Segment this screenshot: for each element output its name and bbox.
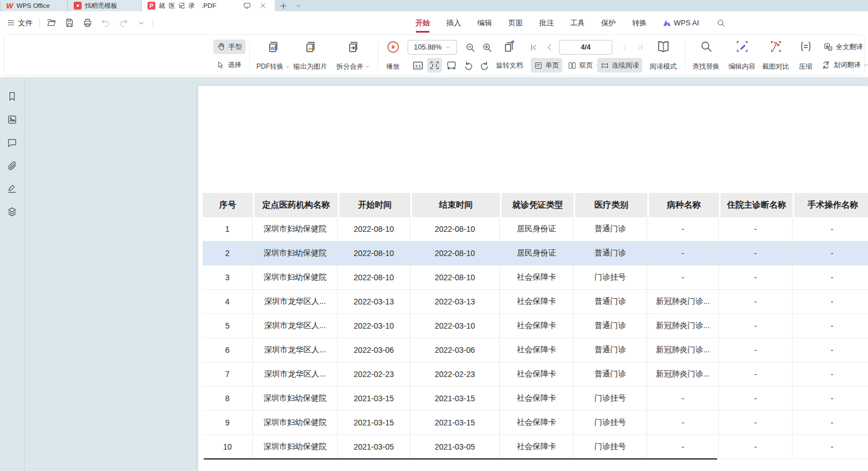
new-tab-button[interactable] [275, 0, 292, 11]
export-image-button[interactable]: 输出为图片 [290, 38, 330, 73]
bookmark-icon[interactable] [6, 89, 19, 103]
table-row: 4深圳市龙华区人...2022-03-132022-03-13社会保障卡普通门诊… [203, 290, 868, 314]
rotate-document-button[interactable]: 旋转文档 [493, 58, 526, 73]
table-cell: - [719, 362, 793, 386]
table-cell: 2022-03-06 [410, 338, 500, 362]
table-cell: - [719, 290, 793, 313]
first-page-button[interactable] [526, 40, 541, 55]
comment-icon[interactable] [6, 136, 19, 149]
table-cell: 3 [203, 266, 253, 289]
close-tab-icon[interactable] [257, 2, 269, 9]
svg-text:W: W [270, 46, 275, 51]
menu-tools[interactable]: 工具 [570, 16, 585, 30]
table-cell: 9 [203, 411, 253, 434]
svg-text:1:1: 1:1 [415, 64, 420, 68]
table-cell: - [719, 338, 793, 362]
table-cell: - [647, 387, 719, 410]
menu-page[interactable]: 页面 [508, 16, 524, 30]
pdf-convert-button[interactable]: W PDF转换 [252, 38, 294, 73]
fit-width-button[interactable] [427, 58, 442, 73]
table-body: 1深圳市妇幼保健院2022-08-102022-08-10居民身份证普通门诊--… [203, 217, 868, 459]
continuous-scroll-icon [601, 61, 609, 70]
next-page-button[interactable] [618, 40, 632, 55]
tab-list-chevron-icon[interactable] [292, 0, 305, 11]
signature-icon[interactable] [6, 182, 19, 195]
wps-pdf-window: W WPS Office 找稻壳模板 P 就医记录 .PDF [0, 0, 868, 471]
zoom-in-button[interactable] [480, 40, 494, 55]
table-cell: 社会保障卡 [500, 435, 574, 459]
table-row: 8深圳市妇幼保健院2021-03-152021-03-15社会保障卡门诊挂号--… [203, 387, 868, 411]
table-cell: - [719, 387, 793, 410]
table-cell: 2021-03-05 [410, 435, 500, 459]
page-number-input[interactable]: 4/4 [559, 40, 612, 55]
menu-insert[interactable]: 插入 [446, 16, 462, 30]
more-commands-chevron-icon[interactable] [135, 16, 148, 30]
word-translate-button[interactable]: A文 划词翻译 [818, 57, 868, 72]
menu-convert[interactable]: 转换 [632, 16, 647, 30]
undo-button[interactable] [99, 16, 112, 30]
full-translate-button[interactable]: A文 全文翻译 [820, 39, 866, 54]
single-page-button[interactable]: 单页 [531, 58, 562, 73]
single-page-icon [534, 61, 543, 70]
rotate-right-button[interactable] [477, 58, 491, 73]
attachment-icon[interactable] [6, 159, 19, 172]
continuous-read-button[interactable]: 连续阅读 [597, 58, 642, 73]
thumbnails-icon[interactable] [6, 113, 19, 126]
screenshot-compare-button[interactable]: 截图对比 [758, 38, 793, 73]
compress-button[interactable]: 压缩 [793, 38, 818, 73]
tab-document-active[interactable]: P 就医记录 .PDF [142, 0, 275, 11]
redo-button[interactable] [117, 16, 130, 30]
actual-size-button[interactable]: 1:1 [410, 58, 425, 73]
table-cell: - [793, 290, 868, 313]
table-cell: - [793, 217, 868, 241]
select-tool-button[interactable]: 选择 [213, 57, 245, 72]
table-row: 6深圳市龙华区人...2022-03-062022-03-06社会保障卡普通门诊… [203, 338, 868, 362]
play-slideshow-button[interactable]: 播放 [380, 38, 406, 73]
previous-page-button[interactable] [542, 40, 557, 55]
read-mode-button[interactable]: 阅读模式 [645, 38, 682, 73]
layers-icon[interactable] [6, 205, 19, 218]
find-replace-button[interactable]: 查找替换 [688, 38, 723, 73]
menu-edit[interactable]: 编辑 [477, 16, 493, 30]
menu-protect[interactable]: 保护 [601, 16, 616, 30]
hand-tool-button[interactable]: 手型 [213, 39, 245, 54]
tab-docer-templates[interactable]: 找稻壳模板 [68, 0, 142, 11]
table-cell: 深圳市妇幼保健院 [253, 241, 338, 265]
table-cell: - [793, 241, 868, 265]
wps-ai-button[interactable]: WPS AI [663, 19, 699, 27]
docer-icon [74, 2, 82, 10]
edit-content-button[interactable]: 编辑内容 [724, 38, 759, 73]
word-translate-label: 划词翻译 [834, 60, 861, 70]
table-cell: - [647, 411, 719, 434]
print-button[interactable] [80, 16, 94, 30]
single-page-label: 单页 [545, 61, 559, 70]
menu-home[interactable]: 开始 [415, 16, 431, 30]
fit-page-button[interactable] [444, 58, 459, 73]
table-cell: - [719, 314, 793, 338]
save-button[interactable] [62, 16, 76, 30]
table-cell: 2022-02-23 [410, 362, 500, 386]
screenshot-compare-icon [769, 40, 782, 53]
table-cell: 2022-03-13 [410, 290, 500, 313]
zoom-out-button[interactable] [463, 40, 477, 55]
present-to-screen-icon[interactable] [241, 2, 253, 10]
table-cell: 2022-03-13 [338, 290, 410, 313]
rotate-left-button[interactable] [461, 58, 476, 73]
zoom-level-select[interactable]: 105.88% [408, 40, 457, 55]
pdf-page[interactable]: 序号定点医药机构名称开始时间结束时间就诊凭证类型医疗类别病种名称住院主诊断名称手… [198, 86, 868, 471]
wps-logo-icon: W [6, 2, 13, 10]
table-cell: 2022-08-10 [338, 241, 410, 265]
tab-wps-office[interactable]: W WPS Office [0, 0, 68, 11]
menu-search-icon[interactable] [714, 16, 728, 30]
table-cell: - [719, 241, 793, 265]
menu-comment[interactable]: 批注 [539, 16, 554, 30]
zoom-level-value: 105.88% [414, 43, 441, 51]
rotate-pages-button[interactable] [502, 39, 517, 54]
book-icon [656, 40, 670, 54]
split-merge-button[interactable]: 拆分合并 [332, 38, 374, 73]
table-header-cell: 序号 [203, 193, 253, 217]
table-cell: - [719, 266, 793, 289]
open-file-button[interactable] [44, 16, 58, 30]
hamburger-icon [7, 19, 15, 27]
file-menu-button[interactable]: 文件 [5, 18, 35, 28]
